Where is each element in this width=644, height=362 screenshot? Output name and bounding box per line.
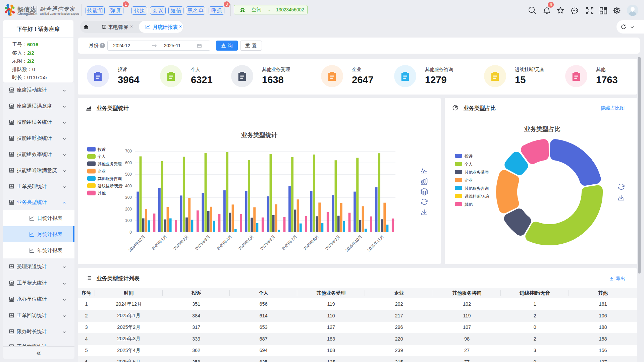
svg-text:其他: 其他 (465, 202, 473, 207)
svg-text:100: 100 (125, 218, 132, 223)
svg-text:其他业务受理: 其他业务受理 (465, 170, 489, 175)
svg-text:其他服务咨询: 其他服务咨询 (465, 186, 489, 191)
svg-text:600: 600 (125, 161, 132, 165)
svg-text:300: 300 (125, 195, 132, 200)
svg-text:700: 700 (125, 149, 132, 154)
svg-text:400: 400 (125, 184, 132, 188)
svg-text:2025年3月: 2025年3月 (194, 234, 211, 251)
svg-text:其他服务咨询: 其他服务咨询 (98, 176, 122, 181)
svg-text:2025年11月: 2025年11月 (366, 234, 385, 253)
svg-text:进线挂断/无音: 进线挂断/无音 (98, 184, 123, 188)
svg-text:其他业务受理: 其他业务受理 (98, 162, 122, 166)
svg-text:企业: 企业 (98, 169, 106, 174)
svg-text:2025年8月: 2025年8月 (303, 234, 319, 251)
svg-text:2025年9月: 2025年9月 (324, 234, 341, 251)
svg-text:500: 500 (125, 172, 132, 177)
svg-text:2025年4月: 2025年4月 (216, 234, 233, 251)
svg-text:0: 0 (129, 230, 132, 235)
svg-text:2025年2月: 2025年2月 (172, 234, 189, 251)
svg-text:业务类型统计: 业务类型统计 (241, 132, 277, 138)
svg-text:投诉: 投诉 (97, 147, 106, 152)
svg-text:2025年7月: 2025年7月 (281, 234, 298, 251)
svg-text:2025年1月: 2025年1月 (151, 234, 168, 251)
svg-text:其他: 其他 (98, 191, 106, 195)
svg-text:2024年12月: 2024年12月 (127, 234, 146, 253)
svg-text:个人: 个人 (97, 154, 106, 159)
svg-text:进线挂断/无音: 进线挂断/无音 (465, 194, 490, 199)
svg-text:投诉: 投诉 (464, 154, 473, 159)
svg-text:200: 200 (125, 207, 132, 212)
svg-text:2025年6月: 2025年6月 (259, 234, 276, 251)
svg-text:企业: 企业 (465, 178, 473, 183)
svg-text:业务类型占比: 业务类型占比 (524, 126, 560, 132)
svg-text:个人: 个人 (464, 162, 473, 167)
svg-text:2025年10月: 2025年10月 (344, 234, 363, 253)
svg-text:2025年5月: 2025年5月 (237, 234, 254, 251)
